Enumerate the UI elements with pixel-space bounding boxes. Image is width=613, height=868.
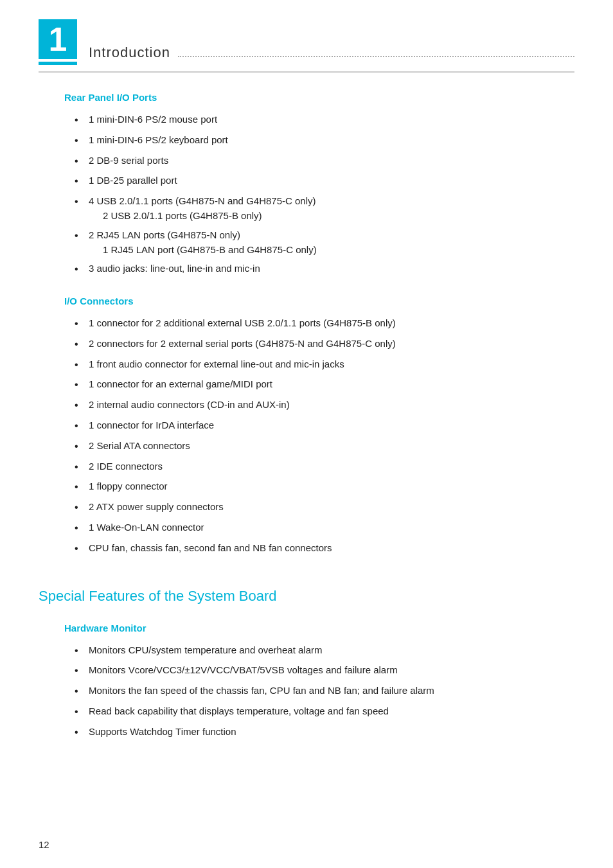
chapter-title-dots (178, 56, 574, 57)
list-item-text: 2 RJ45 LAN ports (G4H875-N only) 1 RJ45 … (89, 227, 574, 258)
list-item-text: 3 audio jacks: line-out, line-in and mic… (89, 261, 574, 276)
chapter-number: 1 (39, 19, 77, 59)
bullet-icon: • (75, 261, 86, 278)
list-item-text: 2 connectors for 2 external serial ports… (89, 336, 574, 351)
list-item-text: 1 connector for 2 additional external US… (89, 315, 574, 330)
hardware-monitor-list: • Monitors CPU/system temperature and ov… (75, 642, 574, 741)
list-item-text: Monitors CPU/system temperature and over… (89, 642, 574, 657)
bullet-icon: • (75, 377, 86, 393)
major-section-heading: Special Features of the System Board (39, 588, 574, 605)
chapter-title: Introduction (89, 44, 170, 61)
page-number: 12 (39, 839, 49, 850)
list-item: • Monitors the fan speed of the chassis … (75, 683, 574, 700)
list-item: • 1 DB-25 parallel port (75, 173, 574, 190)
bullet-icon: • (75, 337, 86, 353)
bullet-icon: • (75, 439, 86, 455)
list-item-text: 1 floppy connector (89, 479, 574, 493)
list-item: • 1 connector for an external game/MIDI … (75, 376, 574, 393)
list-item-text: 2 IDE connectors (89, 459, 574, 474)
bullet-icon: • (75, 133, 86, 149)
list-item-text: 1 mini-DIN-6 PS/2 keyboard port (89, 132, 574, 147)
bullet-icon: • (75, 194, 86, 210)
bullet-icon: • (75, 541, 86, 557)
bullet-icon: • (75, 643, 86, 659)
list-item-text: 1 mini-DIN-6 PS/2 mouse port (89, 112, 574, 127)
list-item: • 1 mini-DIN-6 PS/2 mouse port (75, 112, 574, 128)
list-item-text: 1 DB-25 parallel port (89, 173, 574, 188)
chapter-header: 1 Introduction (39, 19, 574, 73)
rear-panel-heading: Rear Panel I/O Ports (64, 92, 574, 103)
bullet-icon: • (75, 357, 86, 373)
list-item-text: 1 front audio connector for external lin… (89, 357, 574, 371)
bullet-icon: • (75, 500, 86, 516)
list-item-text: 1 connector for an external game/MIDI po… (89, 376, 574, 391)
list-item: • CPU fan, chassis fan, second fan and N… (75, 540, 574, 557)
chapter-title-area: Introduction (89, 19, 574, 65)
list-item-text: 2 internal audio connectors (CD-in and A… (89, 397, 574, 412)
list-item-text: 1 connector for IrDA interface (89, 418, 574, 432)
list-item-text: Monitors the fan speed of the chassis fa… (89, 683, 574, 698)
list-item: • 2 IDE connectors (75, 459, 574, 475)
list-item: • 2 connectors for 2 external serial por… (75, 336, 574, 353)
list-item-text: Monitors Vcore/VCC3/±12V/VCC/VBAT/5VSB v… (89, 662, 574, 677)
bullet-icon: • (75, 173, 86, 190)
bullet-icon: • (75, 112, 86, 128)
chapter-number-underline (39, 62, 77, 65)
list-item-text: CPU fan, chassis fan, second fan and NB … (89, 540, 574, 555)
list-item: • Read back capability that displays tem… (75, 704, 574, 720)
bullet-icon: • (75, 663, 86, 679)
hardware-monitor-heading: Hardware Monitor (64, 623, 574, 633)
list-item-text: 1 Wake-On-LAN connector (89, 520, 574, 535)
bullet-icon: • (75, 154, 86, 170)
list-item: • Monitors CPU/system temperature and ov… (75, 642, 574, 659)
list-item-text: 2 DB-9 serial ports (89, 153, 574, 168)
list-item: • Supports Watchdog Timer function (75, 724, 574, 741)
bullet-icon: • (75, 418, 86, 434)
list-item: • 1 connector for 2 additional external … (75, 315, 574, 332)
bullet-icon: • (75, 316, 86, 332)
io-connectors-list: • 1 connector for 2 additional external … (75, 315, 574, 557)
io-connectors-heading: I/O Connectors (64, 296, 574, 306)
bullet-icon: • (75, 228, 86, 244)
list-item: • 1 floppy connector (75, 479, 574, 495)
list-item-text: 4 USB 2.0/1.1 ports (G4H875-N and G4H875… (89, 193, 574, 224)
list-item: • 2 Serial ATA connectors (75, 438, 574, 455)
list-item: • 1 mini-DIN-6 PS/2 keyboard port (75, 132, 574, 149)
list-item-text: Supports Watchdog Timer function (89, 724, 574, 739)
list-item: • 1 Wake-On-LAN connector (75, 520, 574, 536)
bullet-icon: • (75, 704, 86, 720)
bullet-icon: • (75, 398, 86, 414)
chapter-number-block: 1 (39, 19, 77, 65)
bullet-icon: • (75, 725, 86, 741)
page-container: 1 Introduction Rear Panel I/O Ports • 1 … (0, 0, 613, 868)
bullet-icon: • (75, 459, 86, 475)
bullet-icon: • (75, 479, 86, 495)
bullet-icon: • (75, 684, 86, 700)
list-item: • Monitors Vcore/VCC3/±12V/VCC/VBAT/5VSB… (75, 662, 574, 679)
list-item: • 2 internal audio connectors (CD-in and… (75, 397, 574, 414)
bullet-icon: • (75, 520, 86, 536)
list-item: • 1 front audio connector for external l… (75, 357, 574, 373)
list-item: • 1 connector for IrDA interface (75, 418, 574, 434)
list-item-text: 2 Serial ATA connectors (89, 438, 574, 453)
rear-panel-list: • 1 mini-DIN-6 PS/2 mouse port • 1 mini-… (75, 112, 574, 278)
list-item: • 2 RJ45 LAN ports (G4H875-N only) 1 RJ4… (75, 227, 574, 258)
list-item: • 2 ATX power supply connectors (75, 499, 574, 516)
list-item-text: 2 ATX power supply connectors (89, 499, 574, 514)
list-item-text: Read back capability that displays tempe… (89, 704, 574, 718)
list-item: • 2 DB-9 serial ports (75, 153, 574, 170)
list-item: • 3 audio jacks: line-out, line-in and m… (75, 261, 574, 278)
list-item: • 4 USB 2.0/1.1 ports (G4H875-N and G4H8… (75, 193, 574, 224)
